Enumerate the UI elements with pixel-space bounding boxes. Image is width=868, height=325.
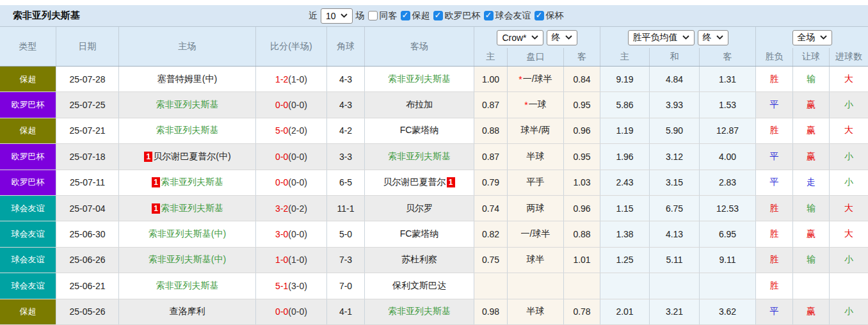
rank-1-badge: 1 (152, 177, 160, 187)
corner-count: 4-1 (327, 299, 365, 324)
avg-odds-select[interactable]: 胜平负均值 (628, 30, 695, 45)
score-cell: 0-0(0-0) (256, 299, 327, 324)
odds-company-select[interactable]: Crow* (497, 30, 543, 45)
match-date: 25-06-26 (56, 248, 119, 273)
period-group: 全场 (756, 27, 868, 48)
avg-home-odds: 2.01 (600, 299, 650, 324)
competition-type-badge: 欧罗巴杯 (0, 144, 56, 169)
table-row: 球会友谊 25-06-30 索非亚列夫斯基(中) 3-0(0-0) 5-0 FC… (0, 221, 868, 247)
rank-1-badge: 1 (152, 203, 160, 214)
odds-home: 0.88 (474, 118, 508, 143)
header-away: 客场 (365, 27, 474, 66)
result-handicap: 赢 (793, 118, 830, 143)
avg-home-odds (600, 273, 650, 298)
subheader-wdl: 胜负 (756, 48, 793, 66)
home-team: 索非亚列夫斯基 (119, 92, 256, 117)
corner-count: 5-0 (327, 221, 365, 246)
team-name: 索非亚列夫斯基(中) (149, 254, 226, 266)
away-team: 贝尔罗 (365, 196, 474, 221)
result-goals (830, 273, 868, 298)
odds-home: 0.79 (474, 170, 508, 195)
rank-1-badge: 1 (144, 152, 152, 162)
avg-time-value: 终 (703, 32, 712, 44)
table-row: 保超 25-07-28 塞普特姆里(中) 1-2(1-0) 4-3 索非亚列夫斯… (0, 67, 868, 92)
odds-home: 1.00 (474, 67, 508, 91)
avg-home-odds: 1.38 (600, 221, 650, 246)
full-time-score: 0-0 (275, 152, 288, 162)
period-select[interactable]: 全场 (792, 30, 832, 45)
away-team: 布拉加 (365, 92, 474, 117)
team-name: 索非亚列夫斯基 (388, 151, 451, 162)
avg-draw-odds: 3.93 (650, 92, 700, 117)
handicap-text: 一/球半 (523, 74, 552, 85)
away-team: 保利文斯巴达 (365, 273, 474, 298)
checkbox-baochao[interactable] (401, 11, 410, 20)
result-handicap: 赢 (793, 221, 830, 246)
team-name: 索非亚列夫斯基 (388, 306, 451, 317)
header-date: 日期 (56, 27, 119, 66)
odds-time-value: 终 (552, 32, 561, 44)
avg-draw-odds (650, 273, 700, 298)
checkbox-baobei[interactable] (534, 11, 544, 20)
odds-handicap: 一/球半 (508, 221, 564, 246)
filter-label: 同客 (380, 10, 398, 22)
result-goals: 大 (830, 118, 868, 143)
result-win-draw-loss: 平 (756, 170, 793, 195)
title-bar: 索非亚列夫斯基 近 10 场 同客 保超 欧罗巴杯 球会友谊 (0, 5, 868, 27)
corner-count: 6-5 (327, 170, 365, 195)
odds-time-select[interactable]: 终 (547, 30, 577, 45)
odds-away: 0.78 (564, 299, 600, 324)
filter-europa[interactable]: 欧罗巴杯 (433, 10, 481, 22)
team-name: 塞普特姆里(中) (157, 74, 217, 85)
result-win-draw-loss: 胜 (756, 221, 793, 246)
avg-time-select[interactable]: 终 (698, 30, 728, 45)
odds-away (564, 273, 600, 298)
odds-away: 0.96 (564, 118, 600, 143)
checkbox-friendly[interactable] (484, 11, 494, 20)
competition-type-badge: 保超 (0, 118, 56, 143)
odds-handicap (508, 273, 564, 298)
filter-same-away[interactable]: 同客 (368, 10, 398, 22)
result-goals: 大 (830, 196, 868, 221)
match-date: 25-07-21 (56, 118, 119, 143)
filter-label: 球会友谊 (495, 10, 531, 22)
filter-friendly[interactable]: 球会友谊 (484, 10, 531, 22)
subheader-goals: 进球数 (830, 48, 868, 66)
half-time-score: (0-0) (288, 229, 307, 239)
team-name: 贝尔罗 (406, 203, 433, 214)
avg-home-odds: 9.19 (600, 67, 650, 91)
rank-1-badge: 1 (447, 177, 455, 187)
half-time-score: (1-0) (288, 74, 307, 84)
half-time-score: (1-0) (288, 255, 307, 265)
home-team: 查洛摩利 (119, 299, 256, 324)
result-handicap (793, 273, 830, 298)
result-goals: 小 (830, 248, 868, 273)
odds-handicap: 球半 (508, 248, 564, 273)
avg-draw-odds: 4.84 (650, 67, 700, 91)
match-date: 25-06-30 (56, 221, 119, 246)
odds-home: 0.87 (474, 144, 508, 169)
odds-company-value: Crow* (502, 33, 526, 43)
filter-baobei[interactable]: 保杯 (534, 10, 564, 22)
filter-baochao[interactable]: 保超 (401, 10, 430, 22)
table-row: 保超 25-05-26 查洛摩利 0-0(0-0) 4-1 索非亚列夫斯基 0.… (0, 299, 868, 325)
match-date: 25-05-26 (56, 299, 119, 324)
recent-count-select[interactable]: 10 (321, 8, 353, 24)
odds-home: 0.74 (474, 196, 508, 221)
result-goals: 大 (830, 67, 868, 91)
table-row: 保超 25-07-21 索非亚列夫斯基 5-0(2-0) 4-2 FC蒙塔纳 0… (0, 118, 868, 144)
odds-home (474, 273, 508, 298)
handicap-text: 球半/两 (521, 125, 551, 136)
match-date: 25-07-25 (56, 92, 119, 117)
team-name: 贝尔谢巴夏普尔(中) (153, 151, 230, 162)
early-odds-asterisk: * (518, 74, 522, 84)
avg-odds-group: 胜平负均值 终 (600, 27, 756, 48)
avg-draw-odds: 3.21 (650, 299, 700, 324)
corner-count: 4-3 (327, 92, 365, 117)
odds-company-group: Crow* 终 (474, 27, 600, 48)
corner-count: 4-2 (327, 118, 365, 143)
filter-label: 保杯 (546, 10, 564, 22)
checkbox-same-away[interactable] (368, 11, 378, 20)
checkbox-europa[interactable] (433, 11, 443, 20)
half-time-score: (0-0) (288, 100, 307, 110)
